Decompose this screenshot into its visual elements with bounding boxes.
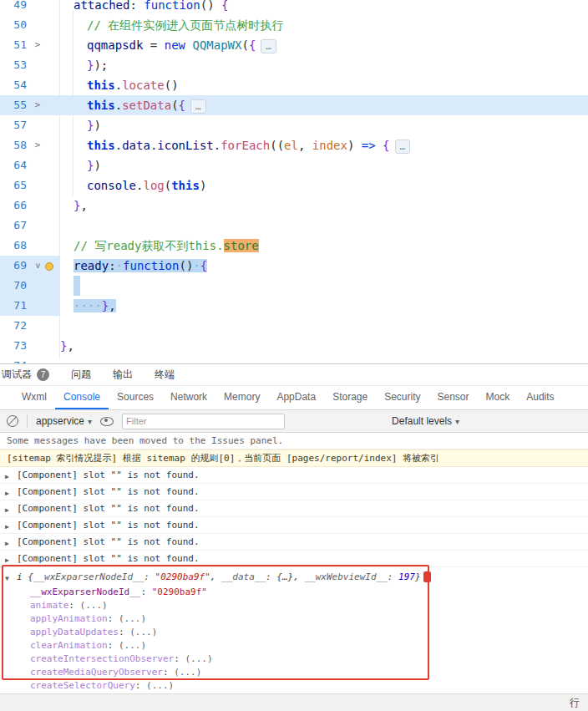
console-message-log[interactable]: ▶[Component] slot "" is not found. [0, 500, 588, 517]
property-value[interactable]: (...) [119, 613, 146, 624]
tab-sources[interactable]: Sources [109, 386, 162, 409]
tab-memory[interactable]: Memory [215, 386, 268, 409]
expand-triangle-icon[interactable]: ▶ [5, 555, 9, 566]
editor-gutter: 51> [0, 35, 60, 55]
line-number[interactable]: 55 [0, 95, 27, 115]
editor-gutter: 66 [0, 196, 60, 216]
tab-security[interactable]: Security [376, 386, 428, 409]
line-number[interactable]: 65 [0, 175, 27, 196]
filter-input[interactable] [122, 414, 285, 429]
editor-line[interactable]: 57}) [0, 115, 588, 135]
console-message-log[interactable]: ▶[Component] slot "" is not found. [0, 484, 588, 500]
panel-tab-debugger[interactable]: 调试器7 [2, 368, 49, 382]
property-value[interactable]: (...) [146, 680, 174, 691]
editor-line[interactable]: 71····}, [0, 296, 588, 316]
fold-collapsed-icon[interactable]: > [31, 95, 44, 115]
expand-triangle-icon[interactable]: ▶ [5, 538, 9, 549]
line-number[interactable]: 57 [0, 115, 27, 135]
editor-line[interactable]: 72 [0, 316, 588, 336]
editor-line[interactable]: 70 [0, 276, 588, 296]
tab-wxml[interactable]: Wxml [13, 386, 55, 409]
editor-line[interactable]: 51>qqmapsdk = new QQMapWX({… [0, 35, 588, 55]
panel-tab-problems[interactable]: 问题 [71, 368, 91, 382]
clear-console-icon[interactable] [7, 415, 18, 427]
line-number[interactable]: 69 [0, 256, 27, 276]
property-value[interactable]: (...) [119, 640, 146, 651]
line-number[interactable]: 72 [0, 316, 27, 336]
line-number[interactable]: 53 [0, 55, 27, 75]
property-name: createSelectorQuery [30, 680, 135, 691]
editor-line[interactable]: 65console.log(this) [0, 175, 588, 196]
console-message-log[interactable]: ▶[Component] slot "" is not found. [0, 467, 588, 484]
editor-line[interactable]: 73}, [0, 336, 588, 356]
expand-triangle-icon[interactable]: ▶ [5, 488, 9, 499]
line-number[interactable]: 50 [0, 15, 27, 35]
line-content: }) [87, 155, 101, 175]
panel-tab-label: 终端 [155, 368, 175, 382]
console-message-log[interactable]: ▶[Component] slot "" is not found. [0, 534, 588, 551]
line-number[interactable]: 49 [0, 0, 27, 15]
property-value[interactable]: (...) [185, 653, 212, 664]
context-label: appservice [36, 415, 84, 427]
line-number[interactable]: 51 [0, 35, 27, 55]
execution-context-selector[interactable]: appservice▾ [36, 415, 92, 427]
line-number[interactable]: 73 [0, 336, 27, 356]
line-number[interactable]: 74 [0, 356, 27, 363]
line-number[interactable]: 58 [0, 135, 27, 155]
editor-line[interactable]: 68// 写ready获取不到this.store [0, 236, 588, 256]
expand-triangle-icon[interactable]: ▶ [5, 521, 9, 532]
editor-line[interactable]: 74 [0, 356, 588, 363]
line-number[interactable]: 66 [0, 196, 27, 216]
log-levels-dropdown[interactable]: Default levels▾ [392, 415, 459, 427]
editor-line[interactable]: 53}); [0, 55, 588, 75]
property-value[interactable]: (...) [129, 627, 157, 637]
console-object-message[interactable]: ▼i {__wxExparserNodeId__: "0290ba9f", __… [0, 567, 588, 586]
editor-line[interactable]: 64}) [0, 155, 588, 175]
tab-storage[interactable]: Storage [324, 386, 376, 409]
editor-line[interactable]: 49attached: function() { [0, 0, 588, 15]
message-text: [Component] slot "" is not found. [17, 536, 200, 547]
editor-line[interactable]: 67 [0, 216, 588, 236]
code-editor[interactable]: 49attached: function() {50// 在组件实例进入页面节点… [0, 0, 588, 363]
panel-tab-output[interactable]: 输出 [113, 368, 133, 382]
selection-highlight: ready:·function()·{ [74, 259, 207, 272]
property-value[interactable]: (...) [174, 667, 201, 678]
fold-collapsed-icon[interactable]: > [31, 35, 44, 55]
property-value[interactable]: (...) [80, 600, 108, 611]
object-property-row: __wxExparserNodeId__: "0290ba9f" [0, 586, 588, 599]
console-message-log[interactable]: ▶[Component] slot "" is not found. [0, 517, 588, 534]
editor-line[interactable]: 66}, [0, 196, 588, 216]
editor-gutter: 68 [0, 236, 60, 256]
console-message-log[interactable]: ▶[Component] slot "" is not found. [0, 551, 588, 567]
folded-code-ellipsis[interactable]: … [261, 39, 276, 53]
tab-network[interactable]: Network [162, 386, 215, 409]
editor-line[interactable]: 55>this.setData({… [0, 95, 588, 115]
line-number[interactable]: 70 [0, 276, 27, 296]
editor-line[interactable]: 58>this.data.iconList.forEach((el, index… [0, 135, 588, 155]
tab-console[interactable]: Console [55, 386, 109, 409]
tab-appdata[interactable]: AppData [268, 386, 324, 409]
line-number[interactable]: 67 [0, 216, 27, 236]
folded-code-ellipsis[interactable]: … [395, 140, 411, 154]
live-expression-eye-icon[interactable] [100, 417, 114, 426]
line-number[interactable]: 64 [0, 155, 27, 175]
editor-gutter: 54 [0, 75, 60, 95]
expand-triangle-icon[interactable]: ▼ [5, 573, 9, 584]
line-number[interactable]: 54 [0, 75, 27, 95]
tab-mock[interactable]: Mock [478, 386, 519, 409]
fold-collapsed-icon[interactable]: > [31, 135, 44, 155]
expand-triangle-icon[interactable]: ▶ [5, 471, 9, 482]
line-number[interactable]: 71 [0, 296, 27, 316]
lightbulb-icon[interactable] [45, 262, 53, 271]
panel-tab-terminal[interactable]: 终端 [155, 368, 175, 382]
line-content: ready:·function()·{ [74, 256, 207, 276]
line-number[interactable]: 68 [0, 236, 27, 256]
object-property-row: createMediaQueryObserver: (...) [0, 666, 588, 679]
tab-audits[interactable]: Audits [518, 386, 562, 409]
tab-sensor[interactable]: Sensor [429, 386, 478, 409]
editor-line[interactable]: 50// 在组件实例进入页面节点树时执行 [0, 15, 588, 35]
editor-line[interactable]: 69>ready:·function()·{ [0, 256, 588, 276]
folded-code-ellipsis[interactable]: … [190, 99, 206, 114]
expand-triangle-icon[interactable]: ▶ [5, 505, 9, 515]
editor-line[interactable]: 54this.locate() [0, 75, 588, 95]
